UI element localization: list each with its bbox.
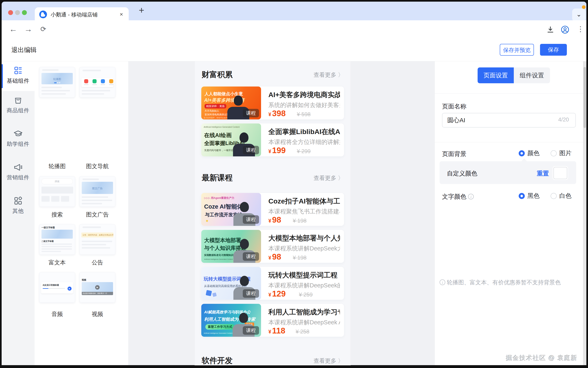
course-card[interactable]: 人人都能做点小生意 AI+美客多跨境电商 精英讲师：黄磊 月月鸟创始人 资深跨境… [201,86,344,120]
editor-toolbar: 退出编辑 保存并预览 保存 [2,39,586,61]
component-video[interactable]: 视频 ▶ 此处显示视频名称，最多展示一行 [79,272,115,303]
exit-edit-button[interactable]: 退出编辑 [11,39,37,61]
reset-link[interactable]: 重置 [537,169,549,178]
megaphone-icon [13,163,23,172]
new-tab-button[interactable]: + [136,5,147,16]
course-price: ¥ 129 [268,289,286,298]
course-desc: 本课程系统讲解DeepSeek大模... [268,245,340,253]
course-title: Coze扣子AI智能体与工作... [268,197,340,206]
component-label: 视频 [79,310,115,318]
info-icon[interactable]: i [468,194,474,199]
component-carousel[interactable]: 轮播图 [39,67,75,98]
component-label: 轮播图 [39,163,75,170]
course-thumbnail: 人人都能做点小生意 AI+美客多跨境电商 精英讲师：黄磊 月月鸟创始人 资深跨境… [201,86,261,120]
custom-color-label: 自定义颜色 [447,169,477,178]
text-color-label: 文字颜色 i [442,193,474,201]
color-swatch[interactable] [553,167,567,179]
component-search[interactable]: 搜索 [39,176,75,207]
sidebar-item-basic-components[interactable]: 基础组件 [2,61,35,91]
course-title: AI+美客多跨境电商实战 [268,90,340,100]
section-header: 最新课程 查看更多 〉 [202,173,344,184]
radio-text-white[interactable]: 白色 [550,192,571,200]
browser-tab[interactable]: 小鹅通 - 移动端店铺 × [35,7,129,22]
rich-text-h1: 一级文字标题 [41,226,55,229]
radio-text-black[interactable]: 黑色 [519,192,540,200]
course-thumbnail: ▷▷▷ 用Agent重塑生产力 Coze AI智能体 与工作流开发实战 ✦ 课程 [201,193,261,226]
course-thumbnail: AI赋能高效学习与职场办公 利用人工智能成为学习专家 重塑工作学习方式 Arti… [201,304,261,337]
course-tag: 课程 [243,326,259,335]
component-image-text-nav[interactable] [79,67,115,98]
radio-bg-color[interactable]: 颜色 [519,149,540,157]
radio-bg-image[interactable]: 图片 [550,149,571,157]
search-placeholder: 搜索 [41,178,73,184]
course-original-price: ¥ 198 [293,255,307,261]
course-price: ¥ 199 [268,146,286,155]
sidebar-item-learning-components[interactable]: 助学组件 [2,129,35,148]
save-button[interactable]: 保存 [540,44,567,56]
browser-toolbar: ← → ⟳ admin.xiaoe-tech.com/t/decoration/… [2,20,586,39]
scrollbar-thumb[interactable] [584,67,586,128]
component-image-text-ad[interactable]: 图文广告 [79,176,115,207]
sidebar-item-label: 助学组件 [2,140,35,148]
course-card[interactable]: ▷▷▷ 用Agent重塑生产力 Coze AI智能体 与工作流开发实战 ✦ 课程… [201,193,344,226]
profile-avatar[interactable] [561,25,569,35]
sidebar-item-other[interactable]: 其他 [2,196,35,215]
video-player-mock: ▶ 此处显示视频名称，最多展示一行 [82,282,113,295]
course-price: ¥ 98 [268,252,281,261]
component-category-sidebar: 基础组件 商品组件 助学组件 营销组件 其他 [2,61,35,365]
window-zoom-button[interactable] [22,10,27,15]
watermark: 掘金技术社区 @ 袁庭新 [506,354,578,362]
sidebar-item-marketing-components[interactable]: 营销组件 [2,163,35,181]
course-card[interactable]: 玩转大模型提示词工程 从基础框架到高级应用的系统课程 课程 玩转大模型提示词工程… [201,267,344,300]
window-minimize-button[interactable] [15,10,20,15]
reload-icon[interactable]: ⟳ [37,20,50,39]
active-indicator [2,64,3,88]
nav-icons [81,78,114,87]
update-notification-dot [582,5,586,9]
see-more-link[interactable]: 查看更多 〉 [314,71,344,79]
course-tag: 课程 [243,215,259,224]
tab-component-settings[interactable]: 组件设置 [514,67,550,83]
download-icon[interactable] [546,25,555,35]
save-preview-button[interactable]: 保存并预览 [500,44,534,56]
tab-search-chevron-icon[interactable]: ⌄ [572,9,586,21]
course-desc: 本课程系统讲解DeepSeek的基... [268,282,340,290]
divider [435,142,583,142]
course-price: ¥ 98 [268,215,281,224]
see-more-link[interactable]: 查看更多 〉 [314,357,344,365]
video-label: 视频 [82,278,86,282]
window-close-button[interactable] [8,10,13,15]
section-header: 财富积累 查看更多 〉 [202,69,344,81]
course-card[interactable]: Artificial Intelligence Generated Conten… [201,123,344,156]
section-header: 软件开发 查看更多 〉 [202,355,344,367]
info-icon: i [440,279,445,285]
back-icon[interactable]: ← [7,20,19,39]
audio-title: 此处显示音频标题 [43,284,59,286]
see-more-link[interactable]: 查看更多 〉 [314,174,344,182]
tab-close-icon[interactable]: × [118,11,125,18]
component-label: 公告 [79,259,115,267]
mobile-page-preview[interactable]: 财富积累 查看更多 〉 人人都能做点小生意 AI+美客多跨境电商 精英讲师：黄磊… [195,61,350,365]
component-label: 音频 [39,310,75,318]
component-label: 富文本 [39,259,75,267]
component-audio[interactable]: 此处显示音频标题 ▶ [39,272,75,303]
browser-menu-kebab-icon[interactable]: ⋮ [574,20,587,39]
sidebar-item-product-components[interactable]: 商品组件 [2,95,35,114]
sidebar-item-label: 基础组件 [2,77,35,84]
component-announcement[interactable]: 公告：请填写内容，如果过长将会在手机上滚动 [79,224,115,255]
tab-page-settings[interactable]: 页面设置 [478,67,514,83]
section-title: 软件开发 [202,355,233,366]
course-original-price: ¥ 258 [296,329,309,335]
component-rich-text[interactable]: 一级文字标题 二级文字标题 [39,224,75,255]
course-card[interactable]: AI赋能高效学习与职场办公 利用人工智能成为学习专家 重塑工作学习方式 Arti… [201,304,344,337]
radio-dot [519,150,525,156]
course-tag: 课程 [243,252,259,261]
radio-dot [550,150,557,156]
forward-icon[interactable]: → [22,20,35,39]
course-title: 大模型本地部署与个人知识... [268,234,340,243]
course-card[interactable]: 大模型本地部署 与个人知识库搭建 实现数据私有化与智能知识管理 Artifici… [201,230,344,263]
section-title: 财富积累 [202,69,233,80]
radio-dot [519,193,525,199]
course-desc: 本课程聚焦飞书工作流搭建与扣... [268,208,340,216]
course-original-price: ¥ 198 [293,218,307,224]
